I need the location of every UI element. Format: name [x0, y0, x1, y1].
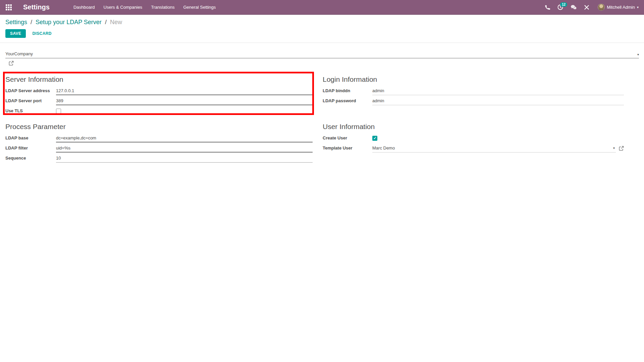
section-title: User Information [323, 123, 624, 131]
section-process-parameter: Process Parameter LDAP base dc=example,d… [5, 123, 313, 164]
save-button[interactable]: SAVE [5, 29, 26, 38]
template-user-external-link-icon[interactable] [619, 146, 624, 151]
field-label: LDAP binddn [323, 87, 372, 95]
field-label: Use TLS [5, 107, 56, 115]
ldap-password-input[interactable]: admin [372, 97, 624, 105]
field-ldap-server-address: LDAP Server address 127.0.0.1 [5, 87, 313, 95]
field-ldap-server-port: LDAP Server port 389 [5, 97, 313, 105]
field-create-user: Create User [323, 134, 624, 142]
use-tls-checkbox[interactable] [56, 109, 61, 114]
menu-item-general-settings[interactable]: General Settings [179, 0, 220, 14]
control-panel: Settings / Setup your LDAP Server / New … [0, 15, 644, 43]
field-sequence: Sequence 10 [5, 154, 313, 163]
field-use-tls: Use TLS [5, 107, 313, 115]
breadcrumb-settings[interactable]: Settings [5, 19, 27, 25]
template-user-value: Marc Demo [372, 145, 395, 150]
company-value: YourCompany [5, 51, 33, 56]
menu-item-translations[interactable]: Translations [147, 0, 179, 14]
ldap-server-port-input[interactable]: 389 [56, 97, 313, 105]
create-user-checkbox[interactable] [372, 136, 377, 141]
section-user-information: User Information Create User Template Us… [323, 123, 624, 164]
chevron-down-icon: ▾ [613, 146, 615, 150]
breadcrumb-separator: / [31, 19, 32, 25]
section-server-information: Server Information LDAP Server address 1… [5, 75, 313, 123]
sequence-input[interactable]: 10 [56, 154, 313, 163]
field-ldap-base: LDAP base dc=example,dc=com [5, 134, 313, 142]
control-panel-buttons: SAVE DISCARD [5, 29, 639, 38]
field-ldap-password: LDAP password admin [323, 97, 624, 105]
menu-item-dashboard[interactable]: Dashboard [69, 0, 99, 14]
field-template-user: Template User Marc Demo ▾ [323, 144, 624, 153]
ldap-binddn-input[interactable]: admin [372, 87, 624, 95]
tools-icon[interactable] [580, 3, 593, 12]
user-name: Mitchell Admin [607, 5, 635, 10]
activity-clock-icon[interactable]: 12 [554, 2, 567, 12]
chevron-down-icon: ▾ [637, 6, 639, 9]
field-ldap-filter: LDAP filter uid=%s [5, 144, 313, 153]
user-menu[interactable]: Mitchell Admin ▾ [598, 4, 639, 11]
section-login-information: Login Information LDAP binddn admin LDAP… [323, 75, 624, 123]
field-label: LDAP password [323, 97, 372, 105]
company-external-link-icon[interactable] [9, 61, 14, 66]
app-title[interactable]: Settings [23, 3, 50, 11]
breadcrumb-current: New [110, 19, 122, 25]
messages-icon[interactable] [567, 3, 580, 12]
form-grid: Server Information LDAP Server address 1… [5, 75, 639, 164]
ldap-base-input[interactable]: dc=example,dc=com [56, 134, 313, 142]
field-label: LDAP Server port [5, 97, 56, 105]
section-title: Server Information [5, 75, 313, 83]
section-title: Process Parameter [5, 123, 313, 131]
ldap-server-address-input[interactable]: 127.0.0.1 [56, 87, 313, 95]
apps-menu-icon[interactable] [5, 4, 12, 11]
activity-count-badge: 12 [560, 2, 567, 7]
field-label: Sequence [5, 154, 56, 163]
field-label: Template User [323, 144, 372, 153]
navbar-systray: 12 Mitchell Admin ▾ [541, 2, 639, 12]
field-ldap-binddn: LDAP binddn admin [323, 87, 624, 95]
user-avatar [598, 4, 605, 11]
discard-button[interactable]: DISCARD [28, 29, 56, 38]
template-user-select[interactable]: Marc Demo ▾ [372, 144, 616, 153]
company-select[interactable]: YourCompany ▾ [5, 51, 639, 58]
field-label: LDAP base [5, 134, 56, 142]
field-label: Create User [323, 134, 372, 142]
section-title: Login Information [323, 75, 624, 83]
phone-icon[interactable] [541, 3, 554, 12]
breadcrumb-ldap-server[interactable]: Setup your LDAP Server [36, 19, 102, 25]
main-menu: Dashboard Users & Companies Translations… [69, 0, 220, 14]
chevron-down-icon: ▾ [637, 53, 639, 56]
form-sheet: YourCompany ▾ Server Information LDAP Se… [0, 51, 644, 164]
field-label: LDAP Server address [5, 87, 56, 95]
top-navbar: Settings Dashboard Users & Companies Tra… [0, 0, 644, 15]
ldap-filter-input[interactable]: uid=%s [56, 144, 313, 153]
menu-item-users-companies[interactable]: Users & Companies [99, 0, 147, 14]
field-label: LDAP filter [5, 144, 56, 153]
breadcrumb: Settings / Setup your LDAP Server / New [5, 18, 639, 26]
breadcrumb-separator: / [105, 19, 107, 25]
